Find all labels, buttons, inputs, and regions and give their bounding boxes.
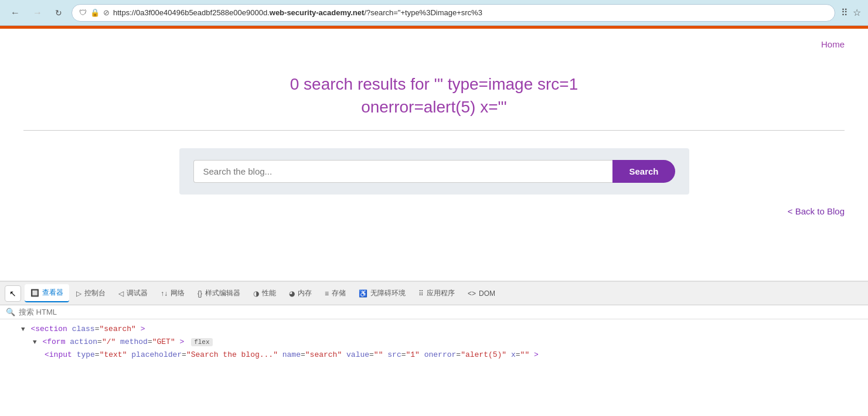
search-input[interactable] — [193, 160, 613, 183]
flex-badge: flex — [191, 338, 212, 346]
address-bar[interactable]: 🛡 🔒 ⊘ https://0a3f00e40496b5eadbf2588e00… — [72, 4, 835, 22]
triangle-icon2: ▼ — [33, 339, 37, 346]
devtools-html-view: ▼ <section class="search" > ▼ <form acti… — [0, 319, 868, 365]
memory-icon: ◕ — [289, 289, 295, 298]
tracking-icon: ⊘ — [103, 8, 110, 17]
devtools-toolbar: ↖ 🔲 查看器 ▷ 控制台 ◁ 调试器 ↑↓ 网络 {} 样式编辑器 ◑ 性能 … — [0, 282, 868, 305]
dom-icon: <> — [468, 289, 476, 298]
url-text: https://0a3f00e40496b5eadbf2588e00e9000d… — [113, 8, 828, 17]
tab-viewer[interactable]: 🔲 查看器 — [25, 284, 69, 302]
perf-label: 性能 — [262, 288, 276, 298]
tab-accessibility[interactable]: ♿ 无障碍环境 — [353, 285, 411, 302]
debugger-icon: ◁ — [118, 289, 124, 298]
html-search-input[interactable] — [19, 308, 862, 316]
console-label: 控制台 — [84, 288, 105, 298]
console-icon: ▷ — [76, 289, 81, 298]
style-label: 样式编辑器 — [205, 288, 240, 298]
devtools-search-bar: 🔍 — [0, 305, 868, 319]
reload-button[interactable]: ↻ — [52, 6, 66, 20]
tab-console[interactable]: ▷ 控制台 — [70, 285, 111, 302]
browser-right-icons: ⠿ ☆ — [841, 7, 861, 18]
back-to-blog-link[interactable]: < Back to Blog — [788, 206, 845, 216]
html-line1: ▼ <section class="search" > — [21, 323, 859, 336]
perf-icon: ◑ — [253, 289, 259, 298]
app-label: 应用程序 — [427, 288, 455, 298]
html-line2: ▼ <form action="/" method="GET" > flex — [33, 336, 859, 349]
a11y-icon: ♿ — [359, 289, 367, 298]
storage-icon: ≡ — [325, 289, 329, 298]
storage-label: 存储 — [332, 288, 346, 298]
debugger-label: 调试器 — [127, 288, 148, 298]
browser-chrome: ← → ↻ 🛡 🔒 ⊘ https://0a3f00e40496b5eadbf2… — [0, 0, 868, 26]
tab-network[interactable]: ↑↓ 网络 — [155, 285, 190, 302]
dom-label: DOM — [479, 289, 495, 298]
page-content: Home 0 search results for '" type=image … — [0, 29, 868, 281]
page-nav: Home — [0, 29, 868, 55]
network-label: 网络 — [171, 288, 185, 298]
app-icon: ⠿ — [418, 289, 424, 298]
lock-icon: 🔒 — [90, 8, 100, 17]
tab-storage[interactable]: ≡ 存储 — [319, 285, 352, 302]
html-line3: <input type="text" placeholder="Search t… — [45, 349, 859, 362]
tab-dom[interactable]: <> DOM — [462, 286, 501, 301]
a11y-label: 无障碍环境 — [370, 288, 406, 298]
search-area: Search — [179, 148, 689, 195]
shield-icon: 🛡 — [79, 8, 87, 17]
tab-style-editor[interactable]: {} 样式编辑器 — [192, 285, 246, 302]
forward-button[interactable]: → — [29, 5, 46, 21]
memory-label: 内存 — [298, 288, 312, 298]
devtools-panel: ↖ 🔲 查看器 ▷ 控制台 ◁ 调试器 ↑↓ 网络 {} 样式编辑器 ◑ 性能 … — [0, 281, 868, 410]
tab-application[interactable]: ⠿ 应用程序 — [413, 285, 461, 302]
viewer-icon: 🔲 — [30, 289, 39, 297]
inspect-icon[interactable]: ↖ — [5, 285, 21, 302]
search-form: Search — [193, 160, 675, 183]
back-to-blog: < Back to Blog — [0, 195, 868, 229]
tab-memory[interactable]: ◕ 内存 — [283, 285, 318, 302]
back-button[interactable]: ← — [7, 5, 23, 21]
home-link[interactable]: Home — [821, 39, 845, 49]
triangle-icon: ▼ — [21, 326, 25, 333]
results-line2: onerror=alert(5) x="' — [23, 96, 845, 118]
results-line1: 0 search results for '" type=image src=1 — [23, 73, 845, 96]
search-button[interactable]: Search — [612, 160, 675, 183]
tab-debugger[interactable]: ◁ 调试器 — [113, 285, 154, 302]
qr-icon[interactable]: ⠿ — [841, 7, 848, 18]
divider — [23, 130, 845, 131]
search-html-icon: 🔍 — [6, 308, 15, 316]
network-icon: ↑↓ — [161, 289, 168, 298]
bookmark-icon[interactable]: ☆ — [853, 7, 861, 18]
style-icon: {} — [198, 289, 202, 298]
tab-performance[interactable]: ◑ 性能 — [247, 285, 282, 302]
viewer-label: 查看器 — [42, 288, 63, 298]
search-results-heading: 0 search results for '" type=image src=1… — [23, 73, 845, 118]
